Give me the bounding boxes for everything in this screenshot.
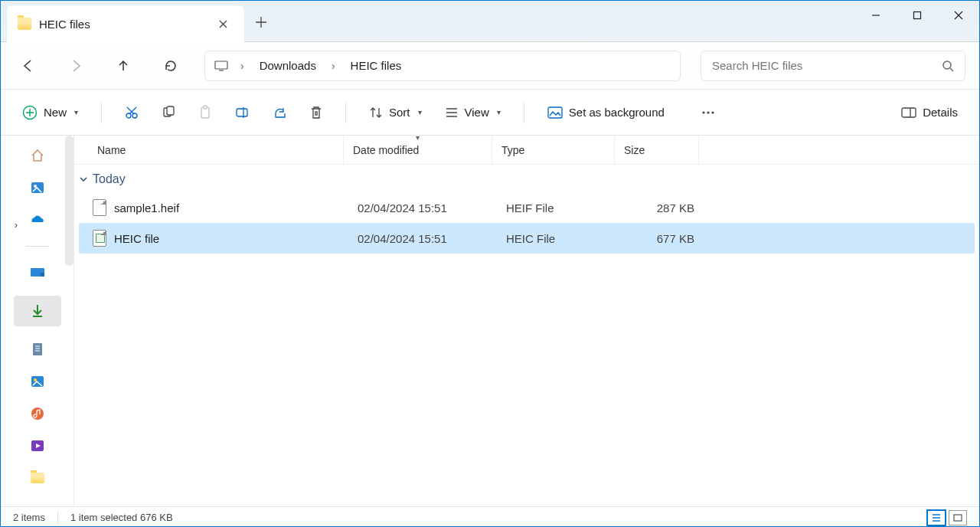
new-label: New [44, 106, 67, 119]
column-label: Name [97, 144, 126, 156]
sidebar-documents[interactable] [28, 340, 47, 358]
column-date[interactable]: ▾Date modified [344, 136, 492, 164]
status-count: 2 items [13, 512, 45, 523]
sidebar-home[interactable] [28, 146, 47, 165]
svg-rect-1 [215, 61, 227, 69]
search-box[interactable] [701, 51, 965, 81]
rename-button[interactable] [230, 99, 255, 126]
delete-button[interactable] [305, 99, 327, 126]
chevron-down-icon: ▾ [418, 108, 422, 116]
copy-icon [162, 106, 175, 119]
column-size[interactable]: Size [615, 136, 699, 164]
svg-point-12 [702, 111, 704, 113]
search-icon [942, 60, 954, 72]
sidebar-desktop[interactable] [28, 264, 47, 282]
status-bar: 2 items 1 item selected 676 KB [1, 506, 979, 527]
tab-active[interactable]: HEIC files [7, 5, 244, 42]
chevron-right-icon[interactable]: › [15, 220, 18, 231]
sidebar-downloads[interactable] [14, 296, 61, 326]
pc-icon[interactable] [211, 56, 231, 76]
sidebar-onedrive[interactable] [28, 211, 47, 229]
svg-point-13 [707, 111, 709, 113]
details-pane-button[interactable]: Details [897, 99, 962, 126]
file-area: Name ▾Date modified Type Size Today samp… [74, 136, 979, 506]
sidebar-gallery[interactable] [28, 178, 47, 197]
scissors-icon [125, 106, 139, 119]
minimize-button[interactable] [855, 1, 897, 30]
share-icon [273, 106, 287, 119]
back-button[interactable] [15, 52, 42, 80]
refresh-button[interactable] [157, 52, 185, 80]
file-row[interactable]: sample1.heif02/04/2024 15:51HEIF File287… [79, 192, 975, 223]
close-window-button[interactable] [938, 1, 979, 30]
up-button[interactable] [109, 52, 137, 80]
sidebar-pictures[interactable] [28, 372, 47, 391]
search-input[interactable] [712, 59, 942, 72]
window-controls [855, 1, 979, 30]
wallpaper-icon [547, 106, 563, 119]
column-type[interactable]: Type [492, 136, 615, 164]
svg-point-23 [31, 408, 44, 420]
svg-point-22 [34, 378, 37, 381]
column-name[interactable]: Name [74, 136, 344, 164]
set-bg-label: Set as background [569, 106, 665, 119]
chevron-right-icon: › [330, 60, 337, 72]
svg-rect-9 [204, 106, 207, 109]
sidebar: › [1, 136, 74, 506]
breadcrumb-bar[interactable]: › Downloads › HEIC files [204, 51, 681, 81]
status-selection: 1 item selected 676 KB [70, 512, 173, 523]
sidebar-folder[interactable] [28, 469, 47, 487]
chevron-down-icon: ▾ [497, 108, 501, 116]
copy-button[interactable] [157, 99, 180, 126]
breadcrumb-item[interactable]: Downloads [253, 56, 322, 75]
file-row[interactable]: HEIC file02/04/2024 15:51HEIC File677 KB [79, 223, 975, 254]
svg-rect-19 [41, 273, 44, 277]
details-label: Details [923, 106, 958, 119]
file-size: 677 KB [619, 232, 704, 245]
sort-label: Sort [389, 106, 410, 119]
status-separator [57, 512, 58, 524]
more-button[interactable] [697, 99, 720, 126]
file-date: 02/04/2024 15:51 [348, 232, 497, 245]
titlebar: HEIC files [1, 1, 979, 42]
forward-button[interactable] [62, 52, 90, 80]
svg-rect-10 [237, 109, 247, 116]
svg-rect-0 [914, 12, 921, 19]
paste-button[interactable] [194, 99, 217, 126]
cut-button[interactable] [120, 99, 143, 126]
file-type: HEIC File [497, 232, 619, 245]
maximize-button[interactable] [897, 1, 938, 30]
toolbar-separator [345, 102, 346, 123]
sidebar-music[interactable] [28, 404, 47, 423]
column-label: Type [501, 144, 524, 156]
svg-rect-7 [167, 106, 174, 115]
navigation-bar: › Downloads › HEIC files [1, 42, 979, 90]
column-label: Date modified [353, 144, 419, 156]
sidebar-scrollbar[interactable] [65, 136, 74, 266]
file-icon [93, 199, 106, 216]
new-tab-button[interactable] [244, 5, 278, 39]
tab-title: HEIC files [39, 18, 90, 31]
share-button[interactable] [269, 99, 292, 126]
group-header[interactable]: Today [74, 165, 979, 192]
file-name: sample1.heif [114, 201, 179, 214]
breadcrumb-item[interactable]: HEIC files [345, 56, 408, 75]
svg-rect-25 [954, 515, 962, 521]
chevron-down-icon: ▾ [74, 108, 78, 116]
sort-indicator-icon: ▾ [416, 133, 420, 142]
svg-point-17 [34, 185, 37, 188]
sort-button[interactable]: Sort ▾ [364, 99, 426, 126]
chevron-down-icon [79, 175, 88, 184]
svg-rect-11 [548, 107, 562, 118]
set-background-button[interactable]: Set as background [543, 99, 669, 126]
details-pane-icon [901, 107, 916, 118]
close-tab-button[interactable] [212, 13, 234, 34]
view-button[interactable]: View ▾ [440, 99, 505, 126]
new-button[interactable]: New ▾ [18, 99, 83, 126]
sidebar-videos[interactable] [28, 437, 47, 455]
toolbar-separator [101, 102, 102, 123]
view-thumbnails-toggle[interactable] [949, 510, 967, 525]
trash-icon [310, 106, 322, 119]
view-details-toggle[interactable] [927, 510, 946, 525]
file-date: 02/04/2024 15:51 [348, 201, 497, 214]
